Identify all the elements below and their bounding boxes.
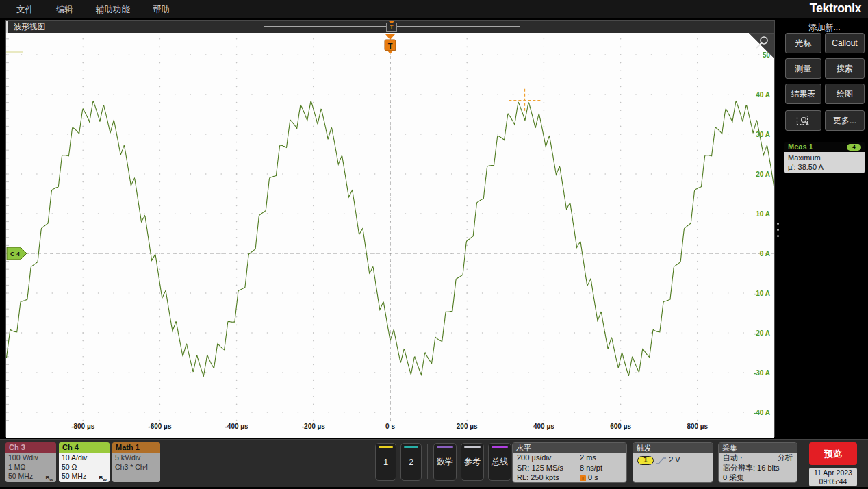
y-tick-label: 40 A	[756, 91, 770, 99]
trigger-position-icon[interactable]: T	[386, 23, 397, 32]
ch1-offscreen-mark	[6, 51, 23, 53]
analysis-label[interactable]: 分析	[778, 453, 793, 463]
ch1-enable-button[interactable]: 1	[375, 443, 396, 481]
waveform-view-window: 波形视图 T C 4T5040 A30 A20 A10 A0 A-10 A-20…	[5, 20, 775, 437]
tektronix-logo: Tektronix	[810, 1, 861, 16]
acquisition-resolution: 高分辨率: 16 bits	[723, 463, 793, 473]
trigger-title: 触发	[633, 443, 713, 453]
waveform-plot[interactable]: C 4T5040 A30 A20 A10 A0 A-10 A-20 A-30 A…	[6, 33, 774, 438]
rising-edge-icon	[656, 456, 667, 465]
trigger-position-mini-icon: T	[580, 475, 586, 481]
ch3-header: Ch 3	[5, 442, 56, 453]
more-button[interactable]: 更多...	[825, 110, 865, 131]
ch4-scale: 10 A/div	[62, 453, 107, 463]
channel-badge-math1[interactable]: Math 1 5 kV/div Ch3 * Ch4	[112, 442, 160, 482]
y-tick-label: 20 A	[756, 171, 770, 178]
menu-edit[interactable]: 编辑	[56, 4, 73, 16]
panel-drag-handle[interactable]	[777, 223, 780, 241]
x-tick-label: 0 s	[385, 423, 395, 430]
horizontal-title: 水平	[513, 443, 626, 453]
meas1-count-badge: 4	[847, 144, 861, 151]
y-tick-label: -20 A	[754, 329, 770, 337]
menu-file[interactable]: 文件	[16, 4, 34, 16]
search-button[interactable]: 搜索	[825, 58, 865, 79]
x-tick-label: -600 µs	[148, 423, 172, 430]
meas1-header: Meas 1 4	[784, 142, 865, 152]
ch3-scale: 100 V/div	[8, 453, 53, 463]
waveform-view-title: 波形视图	[14, 22, 45, 32]
acquisition-panel[interactable]: 采集 自动 · 分析 高分辨率: 16 bits 0 采集	[718, 442, 797, 483]
menu-help[interactable]: 帮助	[153, 4, 170, 16]
meas1-badge[interactable]: Meas 1 4 Maximum µ': 38.50 A	[784, 142, 865, 173]
zoom-mode-button[interactable]	[785, 110, 821, 131]
ch4-header: Ch 4	[59, 442, 110, 453]
bandwidth-limit-icon: BW	[99, 473, 107, 482]
horizontal-delay: 0 s	[588, 473, 598, 481]
x-tick-label: 800 µs	[687, 423, 708, 430]
divider	[427, 444, 428, 479]
zoom-selection-icon	[796, 115, 811, 127]
x-tick-label: 600 µs	[610, 423, 631, 430]
acquisition-title: 采集	[719, 443, 797, 453]
ch3-impedance: 1 MΩ	[8, 463, 53, 473]
y-tick-label: 30 A	[756, 131, 770, 138]
svg-text:T: T	[388, 42, 393, 50]
waveform-view-titlebar[interactable]: 波形视图 T	[6, 21, 774, 33]
channel-badge-ch4[interactable]: Ch 4 10 A/div 50 Ω BW 50 MHz	[59, 442, 110, 482]
callout-button[interactable]: Callout	[825, 33, 865, 53]
results-bar: 添加新... 光标 Callout 测量 搜索 结果表 绘图 更多... Mea…	[781, 20, 868, 437]
y-tick-label: -40 A	[754, 409, 770, 416]
ch3-bandwidth: BW 50 MHz	[8, 472, 53, 481]
y-tick-label: 0 A	[760, 250, 770, 258]
record-length: RL: 250 kpts	[517, 473, 580, 483]
acquisition-count: 0 采集	[723, 473, 793, 483]
trigger-panel[interactable]: 触发 1 2 V	[633, 442, 713, 483]
ch4-settings: 10 A/div 50 Ω BW 50 MHz	[59, 453, 110, 482]
y-tick-label: -10 A	[754, 290, 770, 297]
trigger-source-badge: 1	[637, 456, 654, 465]
x-tick-label: -800 µs	[71, 423, 95, 430]
menu-bar: 文件 编辑 辅助功能 帮助 Tektronix	[0, 0, 868, 18]
cursor-button[interactable]: 光标	[785, 33, 821, 53]
math-button[interactable]: 数学	[433, 443, 457, 481]
preview-button[interactable]: 预览	[809, 442, 857, 465]
acquisition-mode: 自动 ·	[723, 453, 743, 463]
meas1-value: µ': 38.50 A	[788, 162, 865, 172]
meas1-body: Maximum µ': 38.50 A	[784, 152, 865, 173]
date-label: 11 Apr 2023	[809, 468, 857, 477]
sample-interval: 8 ns/pt	[580, 463, 602, 473]
x-tick-label: -400 µs	[225, 423, 249, 430]
sample-rate: SR: 125 MS/s	[517, 463, 580, 473]
y-tick-label: -30 A	[754, 369, 770, 377]
trigger-arrow-icon	[385, 34, 395, 40]
x-tick-label: 200 µs	[457, 423, 478, 430]
bus-button[interactable]: 总线	[488, 443, 511, 481]
window-duration: 2 ms	[580, 453, 596, 463]
datetime-display: 11 Apr 2023 09:05:44	[809, 468, 857, 486]
measure-button[interactable]: 测量	[785, 58, 821, 79]
settings-bar: Ch 3 100 V/div 1 MΩ BW 50 MHz Ch 4 10 A/…	[0, 439, 868, 487]
horizontal-panel[interactable]: 水平 200 µs/div 2 ms SR: 125 MS/s 8 ns/pt …	[512, 442, 627, 483]
channel-badge-ch3[interactable]: Ch 3 100 V/div 1 MΩ BW 50 MHz	[5, 442, 56, 482]
x-tick-label: -200 µs	[302, 423, 326, 430]
timebase: 200 µs/div	[517, 453, 580, 463]
ch3-settings: 100 V/div 1 MΩ BW 50 MHz	[5, 453, 56, 482]
x-tick-label: 400 µs	[533, 423, 554, 430]
corner-zoom-button	[749, 33, 774, 58]
math1-settings: 5 kV/div Ch3 * Ch4	[112, 453, 160, 482]
ch4-impedance: 50 Ω	[62, 463, 107, 473]
plot-button[interactable]: 绘图	[825, 84, 865, 104]
menu-utility[interactable]: 辅助功能	[96, 4, 130, 16]
reference-button[interactable]: 参考	[461, 443, 484, 481]
grid-dots	[6, 38, 759, 421]
trigger-level: 2 V	[669, 455, 680, 464]
add-new-label: 添加新...	[781, 22, 868, 34]
results-table-button[interactable]: 结果表	[785, 84, 821, 104]
time-label: 09:05:44	[809, 477, 857, 486]
waveform-plot-area[interactable]: C 4T5040 A30 A20 A10 A0 A-10 A-20 A-30 A…	[6, 33, 774, 438]
ch2-enable-button[interactable]: 2	[400, 443, 422, 481]
meas1-name: Meas 1	[788, 142, 813, 151]
ch4-bandwidth: BW 50 MHz	[62, 472, 107, 481]
math1-scale: 5 kV/div	[115, 453, 157, 463]
math1-expression: Ch3 * Ch4	[115, 463, 157, 473]
